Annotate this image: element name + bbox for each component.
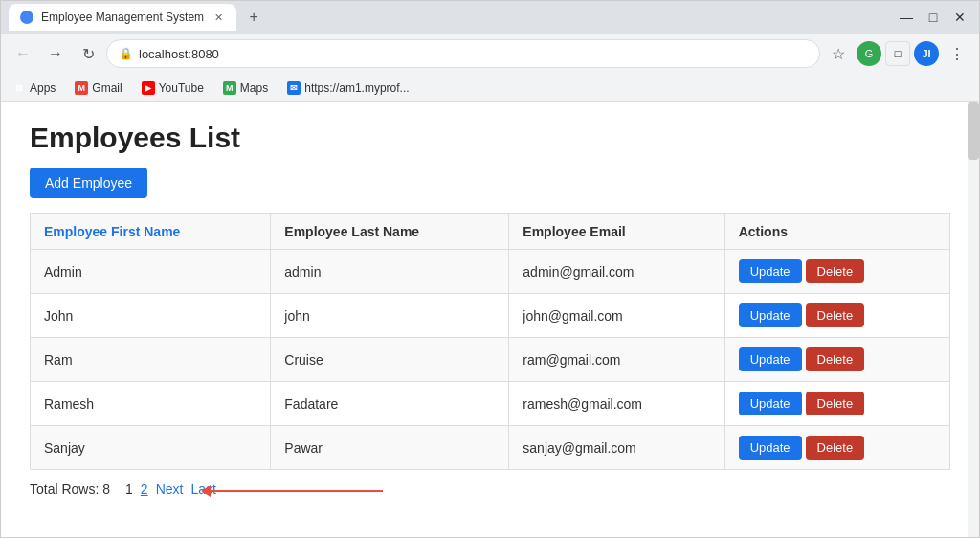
cell-email: sanjay@gmail.com: [509, 426, 724, 470]
bookmark-star-icon[interactable]: ☆: [824, 39, 853, 68]
page-1-link[interactable]: 1: [125, 482, 133, 497]
refresh-button[interactable]: ↻: [74, 39, 102, 68]
table-row: Johnjohnjohn@gmail.comUpdateDelete: [31, 294, 950, 338]
tab-close-button[interactable]: ✕: [212, 11, 225, 24]
cell-email: ram@gmail.com: [509, 338, 724, 382]
table-header-row: Employee First Name Employee Last Name E…: [31, 214, 950, 250]
table-row: RamCruiseram@gmail.comUpdateDelete: [31, 338, 950, 382]
close-button[interactable]: ✕: [948, 6, 971, 29]
cell-last-name: admin: [271, 250, 509, 294]
arrow-line: [211, 490, 383, 492]
maximize-button[interactable]: □: [922, 6, 945, 29]
col-first-name: Employee First Name: [31, 214, 271, 250]
title-bar-left: Employee Management System ✕ +: [9, 4, 265, 31]
bookmarks-bar: ⊞ Apps M Gmail ▶ YouTube M Maps ✉ https:…: [1, 74, 979, 102]
nav-sync-letter: G: [865, 48, 874, 59]
table-row: Adminadminadmin@gmail.comUpdateDelete: [31, 250, 950, 294]
scrollbar-track[interactable]: [968, 102, 979, 537]
cell-actions: UpdateDelete: [724, 250, 949, 294]
new-tab-button[interactable]: +: [242, 6, 265, 29]
cell-last-name: john: [271, 294, 509, 338]
delete-button[interactable]: Delete: [806, 259, 865, 283]
navigation-bar: ← → ↻ 🔒 localhost:8080 ☆ G □ JI ⋮: [1, 34, 979, 74]
update-button[interactable]: Update: [739, 436, 802, 460]
tab-favicon: [20, 11, 33, 24]
next-link[interactable]: Next: [156, 482, 184, 497]
bookmark-youtube-label: YouTube: [159, 81, 204, 95]
table-body: Adminadminadmin@gmail.comUpdateDeleteJoh…: [31, 250, 950, 470]
page-content: Employees List Add Employee Employee Fir…: [1, 102, 979, 537]
cell-actions: UpdateDelete: [724, 338, 949, 382]
update-button[interactable]: Update: [739, 303, 802, 327]
employee-table: Employee First Name Employee Last Name E…: [30, 213, 950, 470]
bookmark-gmail[interactable]: M Gmail: [71, 79, 125, 97]
window-controls: — □ ✕: [895, 6, 971, 29]
table-row: RameshFadatareramesh@gmail.comUpdateDele…: [31, 382, 950, 426]
cell-email: john@gmail.com: [509, 294, 724, 338]
address-bar[interactable]: 🔒 localhost:8080: [106, 39, 820, 68]
update-button[interactable]: Update: [739, 392, 802, 415]
apps-favicon: ⊞: [12, 81, 26, 95]
total-rows-label: Total Rows: 8: [30, 482, 110, 497]
page-title: Employees List: [30, 122, 950, 154]
tab-title: Employee Management System: [41, 11, 204, 24]
nav-menu-button[interactable]: ⋮: [943, 39, 971, 68]
gmail-favicon: M: [75, 81, 88, 95]
maps-favicon: M: [223, 81, 236, 95]
update-button[interactable]: Update: [739, 259, 802, 283]
table-header: Employee First Name Employee Last Name E…: [31, 214, 950, 250]
cell-actions: UpdateDelete: [724, 294, 949, 338]
myprof-favicon: ✉: [287, 81, 301, 95]
nav-cast-button[interactable]: □: [885, 41, 910, 66]
table-row: SanjayPawarsanjay@gmail.comUpdateDelete: [31, 426, 950, 470]
cell-first-name: Ram: [31, 338, 271, 382]
cell-first-name: Admin: [31, 250, 271, 294]
page-2-link[interactable]: 2: [141, 482, 148, 497]
cell-last-name: Pawar: [271, 426, 509, 470]
cell-first-name: Ramesh: [31, 382, 271, 426]
bookmark-youtube[interactable]: ▶ YouTube: [138, 79, 208, 97]
col-actions: Actions: [724, 214, 949, 250]
delete-button[interactable]: Delete: [806, 392, 865, 415]
nav-avatar[interactable]: JI: [914, 41, 939, 66]
arrow-annotation: [202, 485, 383, 497]
update-button[interactable]: Update: [739, 347, 802, 371]
forward-button[interactable]: →: [41, 39, 70, 68]
browser-window: Employee Management System ✕ + — □ ✕ ← →…: [0, 0, 980, 538]
col-last-name: Employee Last Name: [271, 214, 509, 250]
col-email: Employee Email: [509, 214, 724, 250]
cell-first-name: John: [31, 294, 271, 338]
bookmark-myprof-label: https://am1.myprof...: [304, 81, 409, 95]
delete-button[interactable]: Delete: [806, 347, 865, 371]
nav-sync-icon[interactable]: G: [857, 41, 881, 66]
pagination: Total Rows: 8 1 2 Next Last: [30, 482, 950, 497]
bookmark-apps-label: Apps: [30, 81, 56, 95]
bookmark-apps[interactable]: ⊞ Apps: [9, 79, 59, 97]
title-bar: Employee Management System ✕ + — □ ✕: [1, 1, 979, 34]
minimize-button[interactable]: —: [895, 6, 918, 29]
browser-tab[interactable]: Employee Management System ✕: [9, 4, 236, 31]
address-text: localhost:8080: [139, 47, 219, 61]
cell-first-name: Sanjay: [31, 426, 271, 470]
delete-button[interactable]: Delete: [806, 303, 865, 327]
bookmark-gmail-label: Gmail: [92, 81, 122, 95]
youtube-favicon: ▶: [142, 81, 155, 95]
bookmark-maps[interactable]: M Maps: [219, 79, 272, 97]
cell-email: admin@gmail.com: [509, 250, 724, 294]
delete-button[interactable]: Delete: [806, 436, 865, 460]
cell-actions: UpdateDelete: [724, 382, 949, 426]
arrow-head: [201, 485, 211, 497]
back-button[interactable]: ←: [9, 39, 37, 68]
add-employee-button[interactable]: Add Employee: [30, 168, 147, 198]
lock-icon: 🔒: [119, 47, 133, 60]
scrollbar-thumb[interactable]: [968, 102, 979, 160]
cell-last-name: Cruise: [271, 338, 509, 382]
bookmark-myprof[interactable]: ✉ https://am1.myprof...: [283, 79, 412, 97]
cell-last-name: Fadatare: [271, 382, 509, 426]
nav-right-controls: ☆ G □ JI ⋮: [824, 39, 971, 68]
cell-email: ramesh@gmail.com: [509, 382, 724, 426]
bookmark-maps-label: Maps: [240, 81, 268, 95]
cell-actions: UpdateDelete: [724, 426, 949, 470]
